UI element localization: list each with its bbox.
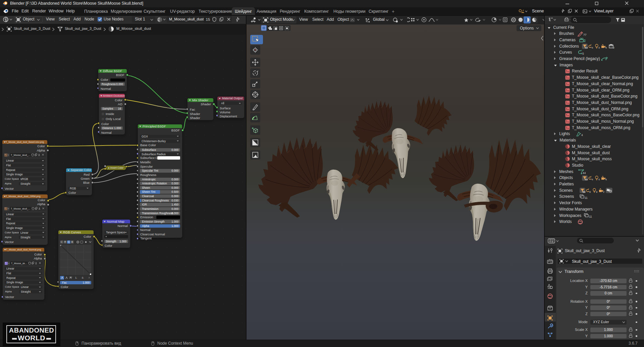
svg-text:44: 44 [583, 171, 586, 175]
svg-text:44: 44 [585, 178, 588, 181]
svg-text:44: 44 [585, 46, 588, 49]
svg-text:77: 77 [583, 33, 587, 37]
svg-text:88: 88 [583, 190, 585, 193]
svg-text:4: 4 [592, 46, 593, 49]
svg-text:8: 8 [596, 190, 597, 193]
svg-text:4: 4 [598, 46, 600, 49]
svg-text:1.: 1. [75, 276, 77, 279]
svg-text:4: 4 [581, 133, 583, 137]
svg-text:11: 11 [589, 215, 592, 218]
svg-text:2: 2 [603, 190, 604, 193]
svg-text:0.: 0. [82, 276, 84, 279]
svg-text:8: 8 [589, 190, 591, 193]
svg-text:4: 4 [592, 178, 593, 181]
svg-text:5: 5 [582, 52, 584, 55]
svg-text:2: 2 [613, 46, 614, 49]
svg-text:11: 11 [585, 196, 588, 199]
svg-text:4: 4 [605, 46, 607, 49]
svg-text:4: 4 [598, 178, 600, 181]
svg-text:4: 4 [605, 178, 607, 181]
